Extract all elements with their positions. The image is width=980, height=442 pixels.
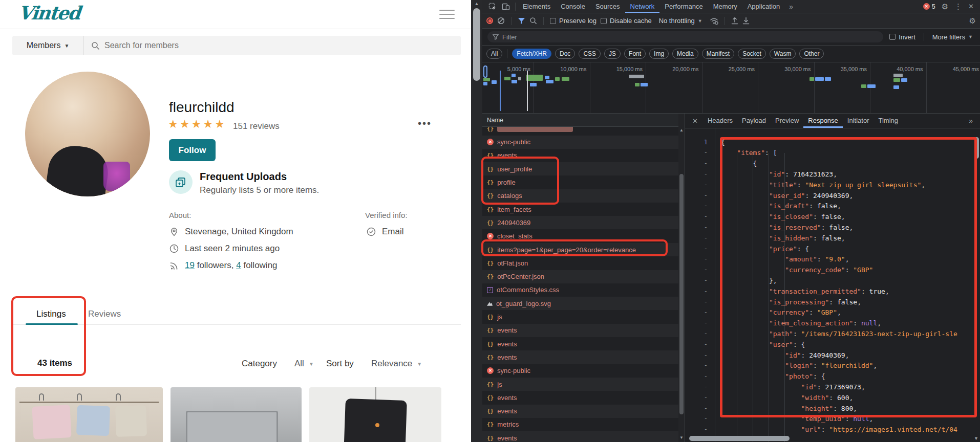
close-detail-icon[interactable]: ✕ <box>687 117 703 125</box>
network-request-row[interactable]: ✕closet_stats <box>482 230 679 243</box>
network-request-row[interactable]: ✕sync-public <box>482 364 679 378</box>
filter-chip-socket[interactable]: Socket <box>738 49 766 59</box>
filter-chip-font[interactable]: Font <box>624 49 646 59</box>
filter-chip-css[interactable]: CSS <box>579 49 601 59</box>
network-request-row[interactable]: {}catalogs <box>482 189 679 203</box>
devtools-tab-elements[interactable]: Elements <box>518 0 556 13</box>
scroll-up-arrow[interactable]: ▲ <box>471 1 482 6</box>
preserve-log-checkbox[interactable]: Preserve log <box>550 17 596 25</box>
hamburger-menu-icon[interactable] <box>439 10 455 22</box>
kebab-menu-icon[interactable]: ⋮ <box>954 2 962 11</box>
network-request-row[interactable]: {}events <box>482 149 679 162</box>
search-input[interactable]: Search for members <box>84 41 461 50</box>
category-dropdown[interactable]: All ▼ <box>294 359 314 369</box>
throttling-dropdown[interactable]: No throttling ▼ <box>659 17 702 25</box>
filter-chip-js[interactable]: JS <box>604 49 621 59</box>
tab-listings[interactable]: Listings <box>36 309 66 319</box>
detail-tab-initiator[interactable]: Initiator <box>843 114 874 128</box>
network-request-row[interactable]: {}user_profile <box>482 162 679 175</box>
response-horizontal-scrollbar-thumb[interactable] <box>689 436 790 441</box>
response-json-viewer[interactable]: ▼ 1{- "items": [- {- "id": 7164231623,- … <box>685 128 980 442</box>
filter-chip-media[interactable]: Media <box>672 49 698 59</box>
scrollbar-thumb[interactable] <box>679 174 684 414</box>
error-badge[interactable]: ✕ 5 <box>923 3 935 10</box>
detail-tab-response[interactable]: Response <box>803 114 843 128</box>
reviews-count[interactable]: 151 reviews <box>233 121 280 131</box>
network-request-row[interactable]: {}items?page=1&per_page=20&order=relevan… <box>482 243 679 256</box>
record-network-log-icon[interactable] <box>486 17 493 24</box>
followers-count-link[interactable]: 19 <box>185 260 195 270</box>
scroll-down-arrow[interactable]: ▼ <box>678 435 685 440</box>
scroll-up-arrow[interactable]: ▲ <box>678 128 685 132</box>
network-overview-timeline[interactable]: 5,000 ms10,000 ms15,000 ms20,000 ms25,00… <box>482 62 980 114</box>
network-request-row[interactable]: {}profile <box>482 176 679 189</box>
network-request-row[interactable]: {}240940369 <box>482 216 679 229</box>
devtools-tab-console[interactable]: Console <box>556 0 590 13</box>
devtools-tab-network[interactable]: Network <box>625 0 660 13</box>
filter-chip-img[interactable]: Img <box>649 49 669 59</box>
devtools-tab-application[interactable]: Application <box>742 0 785 13</box>
filter-chip-doc[interactable]: Doc <box>555 49 575 59</box>
network-request-row[interactable]: {}events <box>482 405 679 418</box>
name-column-header[interactable]: Name <box>482 114 685 127</box>
network-request-row[interactable]: {}metrics <box>482 418 679 431</box>
devtools-tab-performance[interactable]: Performance <box>659 0 708 13</box>
more-detail-tabs-icon[interactable]: » <box>964 117 978 125</box>
network-conditions-icon[interactable] <box>710 17 718 25</box>
detail-tab-headers[interactable]: Headers <box>703 114 737 128</box>
disable-cache-checkbox[interactable]: Disable cache <box>601 17 652 25</box>
network-request-row[interactable]: {}events <box>482 324 679 337</box>
more-tabs-icon[interactable]: » <box>785 3 797 11</box>
detail-tab-timing[interactable]: Timing <box>874 114 903 128</box>
network-request-row[interactable]: {}events <box>482 337 679 350</box>
network-request-row[interactable]: {}events <box>482 431 679 442</box>
inspect-element-icon[interactable] <box>488 3 497 11</box>
network-settings-gear-icon[interactable]: ⚙ <box>969 16 976 26</box>
network-request-row[interactable]: /otCommonStyles.css <box>482 283 679 297</box>
more-options-icon[interactable]: ••• <box>418 118 432 129</box>
devtools-tab-sources[interactable]: Sources <box>590 0 625 13</box>
request-name: events <box>497 326 517 334</box>
scroll-down-arrow[interactable]: ▼ <box>974 436 978 441</box>
network-filter-input[interactable]: Filter <box>487 31 883 42</box>
network-request-row[interactable]: {}item_facets <box>482 203 679 216</box>
members-dropdown[interactable]: Members ▼ <box>12 36 84 55</box>
product-image[interactable] <box>171 387 302 442</box>
product-image[interactable] <box>15 387 163 442</box>
product-image[interactable] <box>309 387 441 442</box>
filter-chip-wasm[interactable]: Wasm <box>770 49 796 59</box>
detail-tab-payload[interactable]: Payload <box>737 114 771 128</box>
avatar[interactable] <box>25 72 150 196</box>
export-har-icon[interactable] <box>742 17 750 25</box>
clear-network-log-icon[interactable] <box>497 17 505 25</box>
network-request-row[interactable]: ot_guard_logo.svg <box>482 297 679 310</box>
settings-gear-icon[interactable]: ⚙ <box>942 2 948 11</box>
close-devtools-icon[interactable]: ✕ <box>968 3 974 10</box>
filter-chip-other[interactable]: Other <box>799 49 824 59</box>
timeline-window-handle[interactable] <box>483 65 487 78</box>
search-network-icon[interactable] <box>529 17 537 25</box>
vinted-logo[interactable]: Vinted <box>17 2 81 24</box>
network-request-row[interactable]: {}events <box>482 391 679 404</box>
more-filters-dropdown[interactable]: More filters ▼ <box>932 33 975 41</box>
network-request-row[interactable]: {}js <box>482 378 679 391</box>
import-har-icon[interactable] <box>731 17 738 25</box>
network-request-row[interactable]: ✕sync-public <box>482 136 679 149</box>
device-toolbar-icon[interactable] <box>502 3 510 11</box>
detail-tab-preview[interactable]: Preview <box>771 114 803 128</box>
devtools-tab-memory[interactable]: Memory <box>708 0 742 13</box>
network-request-row[interactable]: {}events <box>482 350 679 364</box>
network-request-row[interactable]: {}otPcCenter.json <box>482 270 679 283</box>
filter-chip-fetch-xhr[interactable]: Fetch/XHR <box>512 49 551 59</box>
network-request-row[interactable]: {}otFlat.json <box>482 256 679 270</box>
follow-button[interactable]: Follow <box>169 139 216 161</box>
tab-reviews[interactable]: Reviews <box>88 309 121 319</box>
network-request-row[interactable]: {}js <box>482 311 679 324</box>
filter-funnel-icon[interactable] <box>518 17 525 25</box>
filter-chip-manifest[interactable]: Manifest <box>702 49 734 59</box>
following-count-link[interactable]: 4 <box>236 260 241 270</box>
sort-dropdown[interactable]: Relevance ▼ <box>371 359 422 369</box>
invert-filter-checkbox[interactable]: Invert <box>889 33 915 41</box>
filter-chip-all[interactable]: All <box>486 49 502 59</box>
page-scrollbar-thumb[interactable] <box>473 8 480 81</box>
